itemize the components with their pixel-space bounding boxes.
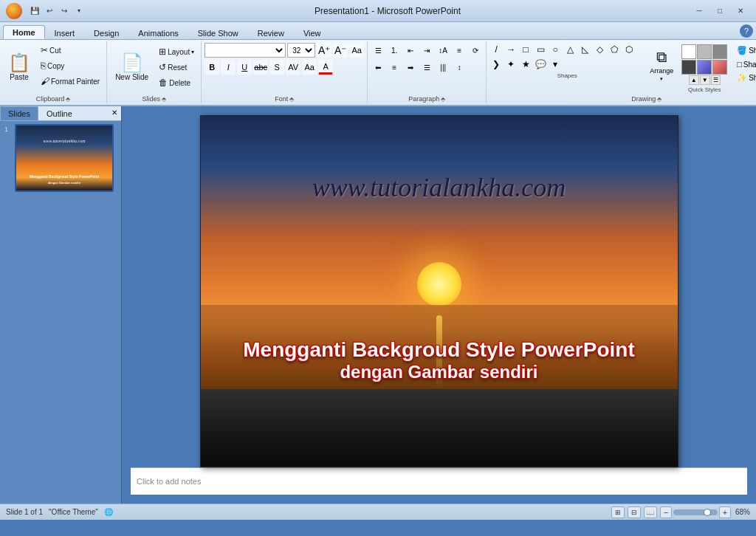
notes-area[interactable]: Click to add notes bbox=[131, 467, 747, 495]
slide-sorter-button[interactable]: ⊟ bbox=[628, 506, 641, 518]
normal-view-button[interactable]: ⊞ bbox=[611, 506, 625, 518]
office-orb-button[interactable] bbox=[6, 3, 22, 19]
tab-insert[interactable]: Insert bbox=[45, 26, 85, 39]
customize-qa-button[interactable]: ▾ bbox=[72, 4, 86, 18]
redo-button[interactable]: ↪ bbox=[58, 4, 71, 18]
qs-scroll-down[interactable]: ▼ bbox=[700, 75, 710, 85]
align-right-button[interactable]: ➡ bbox=[403, 60, 418, 75]
font-expand-icon[interactable]: ⬘ bbox=[289, 96, 294, 103]
shape-triangle[interactable]: △ bbox=[563, 43, 577, 56]
convert-smartart-button[interactable]: ⟳ bbox=[468, 43, 483, 58]
shape-effects-button[interactable]: ✨ Shape Effects bbox=[733, 72, 756, 84]
numbering-button[interactable]: 1. bbox=[387, 43, 402, 58]
tab-slides[interactable]: Slides bbox=[0, 106, 38, 120]
shape-line[interactable]: / bbox=[489, 43, 503, 56]
tab-review[interactable]: Review bbox=[248, 26, 294, 39]
shape-star5[interactable]: ★ bbox=[519, 58, 532, 71]
help-button[interactable]: ? bbox=[740, 24, 753, 38]
format-painter-button[interactable]: 🖌 Format Painter bbox=[37, 74, 103, 89]
center-button[interactable]: ≡ bbox=[387, 60, 402, 75]
font-size-select[interactable]: 32 bbox=[287, 43, 315, 58]
clipboard-expand-icon[interactable]: ⬘ bbox=[66, 96, 70, 103]
slides-expand-icon[interactable]: ⬘ bbox=[162, 96, 166, 103]
qs-swatch-3[interactable] bbox=[712, 44, 727, 59]
delete-button[interactable]: 🗑 Delete bbox=[155, 75, 198, 90]
minimize-button[interactable]: ─ bbox=[690, 4, 709, 18]
increase-font-button[interactable]: A⁺ bbox=[317, 43, 331, 58]
tab-slide-show[interactable]: Slide Show bbox=[188, 26, 248, 39]
drawing-expand-icon[interactable]: ⬘ bbox=[657, 96, 662, 103]
shape-hexagon[interactable]: ⬡ bbox=[622, 43, 636, 56]
underline-button[interactable]: U bbox=[237, 60, 252, 75]
clear-formatting-button[interactable]: Aa bbox=[349, 43, 364, 58]
shape-right-tri[interactable]: ◺ bbox=[578, 43, 591, 56]
decrease-font-button[interactable]: A⁻ bbox=[333, 43, 348, 58]
reset-button[interactable]: ↺ Reset bbox=[155, 60, 198, 75]
decrease-indent-button[interactable]: ⇤ bbox=[403, 43, 418, 58]
qs-swatch-6[interactable] bbox=[712, 60, 727, 75]
tab-outline[interactable]: Outline bbox=[38, 106, 80, 120]
new-slide-button[interactable]: 📄 New Slide bbox=[110, 43, 154, 92]
change-case-button[interactable]: Aa bbox=[302, 60, 317, 75]
shape-diamond[interactable]: ◇ bbox=[593, 43, 606, 56]
arrange-button[interactable]: ⧉ Arrange ▾ bbox=[647, 43, 676, 87]
tab-design[interactable]: Design bbox=[84, 26, 128, 39]
shape-rect[interactable]: □ bbox=[519, 43, 532, 56]
paragraph-expand-icon[interactable]: ⬘ bbox=[441, 96, 445, 103]
bullets-button[interactable]: ☰ bbox=[371, 43, 385, 58]
line-spacing-button[interactable]: ↕ bbox=[452, 60, 467, 75]
reading-view-button[interactable]: 📖 bbox=[644, 506, 657, 518]
save-button[interactable]: 💾 bbox=[28, 4, 41, 18]
copy-button[interactable]: ⎘ Copy bbox=[37, 58, 103, 73]
undo-button[interactable]: ↩ bbox=[43, 4, 56, 18]
font-color-button[interactable]: A bbox=[318, 60, 333, 75]
panel-close-button[interactable]: ✕ bbox=[108, 106, 121, 120]
character-spacing-button[interactable]: AV bbox=[286, 60, 300, 75]
tab-animations[interactable]: Animations bbox=[128, 26, 188, 39]
tab-view[interactable]: View bbox=[294, 26, 331, 39]
italic-button[interactable]: I bbox=[221, 60, 236, 75]
bold-button[interactable]: B bbox=[205, 60, 219, 75]
strikethrough-button[interactable]: abc bbox=[253, 60, 268, 75]
shape-star4[interactable]: ✦ bbox=[504, 58, 518, 71]
paste-button[interactable]: 📋 Paste bbox=[3, 43, 35, 92]
slide-thumbnail[interactable]: www.tutorialankha.com Mengganti Backgrou… bbox=[15, 124, 114, 192]
qs-swatch-4[interactable] bbox=[681, 60, 696, 75]
layout-button[interactable]: ⊞ Layout ▾ bbox=[155, 44, 198, 59]
shape-pentagon[interactable]: ⬠ bbox=[608, 43, 621, 56]
columns-button[interactable]: ||| bbox=[436, 60, 450, 75]
qs-expand[interactable]: ☰ bbox=[711, 75, 721, 85]
justify-button[interactable]: ☰ bbox=[419, 60, 434, 75]
shape-oval[interactable]: ○ bbox=[549, 43, 562, 56]
zoom-handle[interactable] bbox=[704, 509, 711, 516]
shape-chevron[interactable]: ❯ bbox=[489, 58, 503, 71]
zoom-in-button[interactable]: + bbox=[719, 506, 731, 518]
maximize-button[interactable]: □ bbox=[710, 4, 729, 18]
tab-home[interactable]: Home bbox=[3, 25, 45, 39]
zoom-slider[interactable] bbox=[673, 509, 718, 515]
slide-title-text[interactable]: Mengganti Backgroud Style PowerPoint den… bbox=[201, 338, 678, 382]
main-slide-area: www.tutorialankha.com Mengganti Backgrou… bbox=[122, 106, 756, 504]
increase-indent-button[interactable]: ⇥ bbox=[419, 43, 434, 58]
qs-swatch-5[interactable] bbox=[697, 60, 712, 75]
text-shadow-button[interactable]: S bbox=[269, 60, 284, 75]
qs-swatch-1[interactable] bbox=[681, 44, 696, 59]
shape-callout[interactable]: 💬 bbox=[534, 58, 547, 71]
qs-scroll-up[interactable]: ▲ bbox=[689, 75, 699, 85]
cut-button[interactable]: ✂ Cut bbox=[37, 43, 103, 58]
shape-outline-button[interactable]: □ Shape Outline bbox=[733, 58, 756, 70]
shape-more[interactable]: ▾ bbox=[549, 58, 562, 71]
shape-round-rect[interactable]: ▭ bbox=[534, 43, 547, 56]
shape-arrow[interactable]: → bbox=[504, 43, 518, 56]
shape-fill-button[interactable]: 🪣 Shape Fill bbox=[733, 44, 756, 57]
align-left-button[interactable]: ⬅ bbox=[371, 60, 385, 75]
qs-swatch-2[interactable] bbox=[697, 44, 712, 59]
slide-canvas[interactable]: www.tutorialankha.com Mengganti Backgrou… bbox=[200, 115, 678, 467]
close-button[interactable]: ✕ bbox=[731, 4, 750, 18]
slide-website-text[interactable]: www.tutorialankha.com bbox=[201, 172, 678, 203]
sun-graphic bbox=[417, 262, 461, 306]
zoom-out-button[interactable]: − bbox=[660, 506, 672, 518]
text-direction-button[interactable]: ↕A bbox=[436, 43, 450, 58]
align-text-button[interactable]: ≡ bbox=[452, 43, 467, 58]
font-family-select[interactable] bbox=[205, 43, 286, 58]
